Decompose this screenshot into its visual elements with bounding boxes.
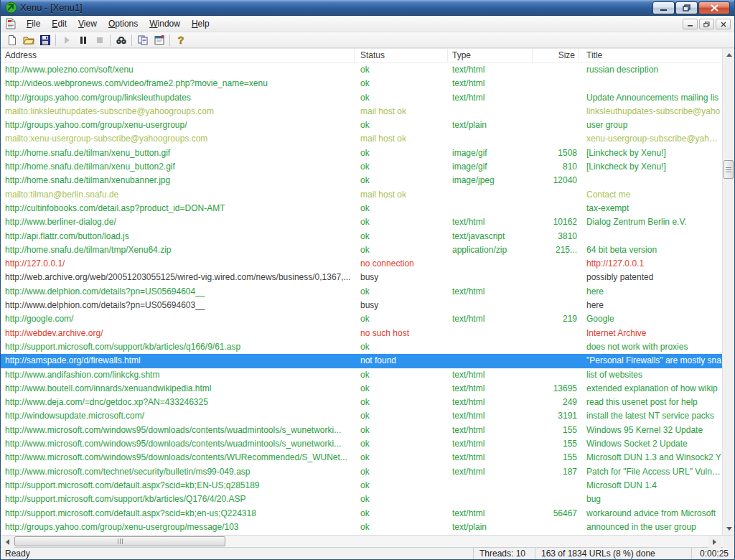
- table-row[interactable]: mailto:linksleuthupdates-subscribe@yahoo…: [1, 105, 722, 118]
- cell-type: image/jpeg: [448, 174, 533, 187]
- new-document-button[interactable]: [4, 33, 20, 47]
- copy-button[interactable]: [134, 33, 151, 47]
- cell-address: http://support.microsoft.com/support/kb/…: [1, 493, 355, 506]
- cell-size: [533, 479, 579, 493]
- cell-size: [533, 118, 579, 132]
- table-row[interactable]: http://www.berliner-dialog.de/oktext/htm…: [1, 215, 722, 229]
- vertical-scroll-thumb[interactable]: [724, 160, 734, 179]
- menu-item-window[interactable]: Window: [144, 17, 186, 31]
- table-row[interactable]: http://samspade.org/d/firewalls.htmlnot …: [1, 354, 722, 368]
- table-row[interactable]: http://www.delphion.com/details?pn=US056…: [1, 285, 722, 299]
- table-row[interactable]: http://windowsupdate.microsoft.com/oktex…: [1, 409, 722, 423]
- help-button[interactable]: ?: [172, 33, 189, 47]
- cell-address: http://home.snafu.de/tilman/xenu_button2…: [1, 160, 355, 174]
- column-header-type[interactable]: Type: [448, 49, 533, 62]
- list-rows: http://www.polezno.com/soft/xenuoktext/h…: [1, 63, 722, 535]
- table-row[interactable]: http://google.com/oktext/html219Google: [1, 312, 722, 326]
- table-row[interactable]: http://127.0.0.1/no connectionhttp://127…: [1, 257, 722, 271]
- table-row[interactable]: http://webdev.archive.org/no such hostIn…: [1, 327, 722, 340]
- mdi-minimize-button[interactable]: [683, 19, 698, 29]
- cell-title: Dialog Zentrum Berlin e.V.: [579, 215, 722, 229]
- table-row[interactable]: http://home.snafu.de/tilman/xenubanner.j…: [1, 174, 722, 187]
- table-row[interactable]: http://support.microsoft.com/support/kb/…: [1, 493, 722, 506]
- table-row[interactable]: http://videos.webpronews.com/video/frame…: [1, 77, 722, 90]
- table-row[interactable]: http://www.microsoft.com/windows95/downl…: [1, 437, 722, 451]
- cell-address: http://www.polezno.com/soft/xenu: [1, 63, 355, 77]
- save-button[interactable]: [37, 33, 53, 47]
- cell-size: [533, 132, 579, 146]
- run-button[interactable]: [58, 33, 75, 47]
- restore-button[interactable]: [675, 1, 698, 14]
- find-button[interactable]: [113, 33, 129, 47]
- horizontal-scroll-thumb[interactable]: [14, 536, 225, 546]
- table-row[interactable]: http://www.microsoft.com/windows95/downl…: [1, 451, 722, 465]
- cell-address: http://www.delphion.com/details?pn=US056…: [1, 285, 355, 299]
- cell-type: text/html: [448, 312, 533, 326]
- table-row[interactable]: http://support.microsoft.com/support/kb/…: [1, 340, 722, 354]
- scrollbar-corner: [723, 536, 735, 548]
- table-row[interactable]: http://api.flattr.com/button/load.jsokte…: [1, 230, 722, 243]
- help-icon: ?: [175, 34, 187, 46]
- scroll-down-arrow[interactable]: [723, 523, 735, 535]
- table-row[interactable]: http://home.snafu.de/tilman/xenu_button.…: [1, 146, 722, 160]
- scroll-up-arrow[interactable]: [723, 49, 735, 61]
- table-row[interactable]: http://groups.yahoo.com/group/xenu-userg…: [1, 521, 722, 534]
- table-row[interactable]: http://www.microsoft.com/technet/securit…: [1, 465, 722, 479]
- table-row[interactable]: http://web.archive.org/web/2005120305512…: [1, 271, 722, 284]
- close-button[interactable]: [698, 1, 730, 14]
- cell-title: here: [579, 299, 722, 312]
- status-threads: Threads: 10: [473, 548, 535, 559]
- cell-title: tax-exempt: [579, 202, 722, 215]
- table-row[interactable]: http://home.snafu.de/tilman/tmp/Xenu64.z…: [1, 243, 722, 257]
- table-row[interactable]: mailto:xenu-usergroup-subscribe@yahoogro…: [1, 132, 722, 146]
- stop-button[interactable]: [91, 33, 108, 47]
- table-row[interactable]: http://cultinfobooks.com/detail.asp?prod…: [1, 202, 722, 215]
- properties-icon: [154, 34, 165, 46]
- cell-type: text/html: [448, 77, 533, 90]
- cell-type: text/plain: [448, 521, 533, 534]
- column-header-status[interactable]: Status: [355, 49, 448, 62]
- table-row[interactable]: mailto:tilman@berlin.snafu.demail host o…: [1, 188, 722, 202]
- menu-item-view[interactable]: View: [72, 17, 103, 31]
- table-row[interactable]: http://www.deja.com/=dnc/getdoc.xp?AN=43…: [1, 396, 722, 409]
- scroll-right-arrow[interactable]: [708, 536, 721, 548]
- menu-item-options[interactable]: Options: [103, 17, 144, 31]
- pause-button[interactable]: [75, 33, 91, 47]
- table-row[interactable]: http://home.snafu.de/tilman/xenu_button2…: [1, 160, 722, 174]
- menu-item-file[interactable]: File: [21, 17, 46, 31]
- table-row[interactable]: http://groups.yahoo.com/group/xenu-userg…: [1, 118, 722, 132]
- cell-address: http://groups.yahoo.com/group/xenu-userg…: [1, 521, 355, 534]
- open-folder-button[interactable]: [20, 33, 37, 47]
- menu-item-edit[interactable]: Edit: [46, 17, 72, 31]
- cell-title: [579, 230, 722, 243]
- vertical-scrollbar[interactable]: [722, 49, 734, 535]
- column-header-address[interactable]: Address: [1, 49, 355, 62]
- cell-address: http://google.com/: [1, 312, 355, 326]
- column-header-size[interactable]: Size: [533, 49, 579, 62]
- table-row[interactable]: http://www.boutell.com/innards/xenuandwi…: [1, 382, 722, 396]
- cell-type: text/plain: [448, 118, 533, 132]
- cell-address: http://groups.yahoo.com/group/xenu-userg…: [1, 118, 355, 132]
- mdi-restore-button[interactable]: [699, 19, 714, 29]
- mdi-close-button[interactable]: [716, 19, 731, 29]
- table-row[interactable]: http://support.microsoft.com/default.asp…: [1, 507, 722, 521]
- table-row[interactable]: http://support.microsoft.com/default.asp…: [1, 479, 722, 493]
- horizontal-scrollbar[interactable]: [1, 535, 735, 547]
- scroll-left-arrow[interactable]: [1, 536, 14, 548]
- minimize-button[interactable]: [652, 1, 675, 14]
- cell-type: [448, 354, 533, 368]
- cell-size: 810: [533, 160, 579, 174]
- cell-address: http://support.microsoft.com/default.asp…: [1, 479, 355, 493]
- menu-item-help[interactable]: Help: [186, 17, 215, 31]
- table-row[interactable]: http://groups.yahoo.com/group/linksleuth…: [1, 91, 722, 105]
- cell-address: http://cultinfobooks.com/detail.asp?prod…: [1, 202, 355, 215]
- cell-title: russian description: [579, 63, 722, 77]
- cell-size: [533, 521, 579, 534]
- properties-button[interactable]: [151, 33, 167, 47]
- table-row[interactable]: http://www.polezno.com/soft/xenuoktext/h…: [1, 63, 722, 77]
- cell-title: http://127.0.0.1: [579, 257, 722, 271]
- table-row[interactable]: http://www.microsoft.com/windows95/downl…: [1, 424, 722, 437]
- table-row[interactable]: http://www.delphion.com/details?pn=US056…: [1, 299, 722, 312]
- table-row[interactable]: http://www.andifashion.com/linkckg.shtmo…: [1, 368, 722, 382]
- column-header-title[interactable]: Title: [579, 49, 722, 62]
